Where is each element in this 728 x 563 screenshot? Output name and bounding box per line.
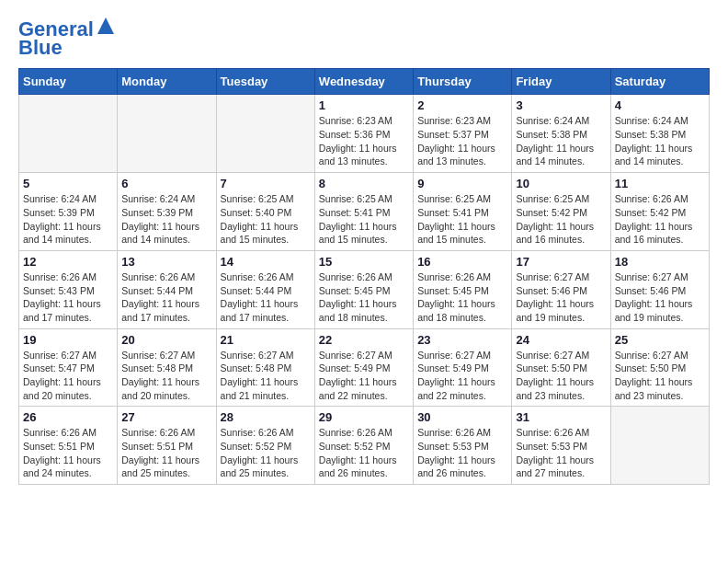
logo-text-blue: Blue (18, 37, 63, 59)
calendar-cell (610, 407, 709, 485)
day-number: 30 (417, 410, 507, 424)
day-number: 25 (615, 333, 705, 347)
calendar-cell: 9Sunrise: 6:25 AM Sunset: 5:41 PM Daylig… (414, 173, 512, 251)
calendar-cell: 20Sunrise: 6:27 AM Sunset: 5:48 PM Dayli… (118, 328, 216, 407)
calendar-cell: 7Sunrise: 6:25 AM Sunset: 5:40 PM Daylig… (216, 173, 314, 251)
day-info: Sunrise: 6:27 AM Sunset: 5:50 PM Dayligh… (615, 349, 705, 403)
calendar-cell: 17Sunrise: 6:27 AM Sunset: 5:46 PM Dayli… (512, 250, 610, 328)
day-number: 13 (121, 255, 211, 269)
calendar-day-header: Saturday (610, 69, 709, 95)
day-info: Sunrise: 6:26 AM Sunset: 5:51 PM Dayligh… (23, 426, 113, 480)
calendar-cell: 24Sunrise: 6:27 AM Sunset: 5:50 PM Dayli… (512, 328, 610, 407)
day-info: Sunrise: 6:26 AM Sunset: 5:52 PM Dayligh… (319, 426, 409, 480)
day-number: 9 (417, 177, 507, 190)
calendar-cell: 3Sunrise: 6:24 AM Sunset: 5:38 PM Daylig… (512, 95, 610, 173)
day-number: 8 (319, 177, 409, 190)
day-number: 20 (121, 333, 211, 347)
day-number: 5 (23, 177, 113, 190)
calendar-week-row: 5Sunrise: 6:24 AM Sunset: 5:39 PM Daylig… (19, 173, 710, 251)
calendar-cell: 28Sunrise: 6:26 AM Sunset: 5:52 PM Dayli… (216, 407, 314, 485)
day-number: 31 (516, 410, 606, 424)
day-info: Sunrise: 6:27 AM Sunset: 5:50 PM Dayligh… (516, 349, 606, 403)
calendar-week-row: 19Sunrise: 6:27 AM Sunset: 5:47 PM Dayli… (19, 328, 710, 407)
logo-icon (96, 16, 116, 36)
calendar-header-row: SundayMondayTuesdayWednesdayThursdayFrid… (19, 69, 710, 95)
day-info: Sunrise: 6:26 AM Sunset: 5:44 PM Dayligh… (221, 270, 311, 325)
day-number: 2 (417, 98, 507, 112)
calendar-cell: 14Sunrise: 6:26 AM Sunset: 5:44 PM Dayli… (216, 250, 314, 328)
calendar-week-row: 26Sunrise: 6:26 AM Sunset: 5:51 PM Dayli… (19, 407, 710, 485)
day-number: 12 (23, 255, 113, 269)
calendar-cell: 6Sunrise: 6:24 AM Sunset: 5:39 PM Daylig… (118, 173, 216, 251)
day-info: Sunrise: 6:23 AM Sunset: 5:36 PM Dayligh… (319, 114, 409, 168)
day-number: 18 (615, 255, 705, 269)
calendar-day-header: Tuesday (216, 69, 314, 95)
calendar-cell: 16Sunrise: 6:26 AM Sunset: 5:45 PM Dayli… (414, 250, 512, 328)
day-number: 10 (516, 177, 606, 190)
calendar-cell: 12Sunrise: 6:26 AM Sunset: 5:43 PM Dayli… (19, 250, 118, 328)
day-info: Sunrise: 6:24 AM Sunset: 5:38 PM Dayligh… (516, 114, 606, 168)
day-info: Sunrise: 6:27 AM Sunset: 5:47 PM Dayligh… (23, 349, 113, 403)
day-number: 29 (319, 410, 409, 424)
day-info: Sunrise: 6:26 AM Sunset: 5:52 PM Dayligh… (221, 426, 311, 480)
day-info: Sunrise: 6:26 AM Sunset: 5:42 PM Dayligh… (615, 192, 705, 247)
logo: General Blue (18, 18, 116, 59)
calendar-cell (216, 95, 314, 173)
day-number: 21 (221, 333, 311, 347)
calendar-cell: 22Sunrise: 6:27 AM Sunset: 5:49 PM Dayli… (314, 328, 413, 407)
calendar-cell: 19Sunrise: 6:27 AM Sunset: 5:47 PM Dayli… (19, 328, 118, 407)
calendar-day-header: Friday (512, 69, 610, 95)
calendar-cell: 11Sunrise: 6:26 AM Sunset: 5:42 PM Dayli… (610, 173, 709, 251)
calendar-cell: 26Sunrise: 6:26 AM Sunset: 5:51 PM Dayli… (19, 407, 118, 485)
calendar-week-row: 12Sunrise: 6:26 AM Sunset: 5:43 PM Dayli… (19, 250, 710, 328)
day-info: Sunrise: 6:25 AM Sunset: 5:42 PM Dayligh… (516, 192, 606, 247)
day-info: Sunrise: 6:25 AM Sunset: 5:40 PM Dayligh… (221, 192, 311, 247)
day-number: 1 (319, 98, 409, 112)
day-info: Sunrise: 6:26 AM Sunset: 5:45 PM Dayligh… (417, 270, 507, 325)
calendar-cell: 23Sunrise: 6:27 AM Sunset: 5:49 PM Dayli… (414, 328, 512, 407)
calendar-cell: 1Sunrise: 6:23 AM Sunset: 5:36 PM Daylig… (314, 95, 413, 173)
day-info: Sunrise: 6:27 AM Sunset: 5:49 PM Dayligh… (319, 349, 409, 403)
calendar-cell: 4Sunrise: 6:24 AM Sunset: 5:38 PM Daylig… (610, 95, 709, 173)
day-number: 19 (23, 333, 113, 347)
calendar-cell: 31Sunrise: 6:26 AM Sunset: 5:53 PM Dayli… (512, 407, 610, 485)
calendar-cell: 18Sunrise: 6:27 AM Sunset: 5:46 PM Dayli… (610, 250, 709, 328)
calendar-cell: 29Sunrise: 6:26 AM Sunset: 5:52 PM Dayli… (314, 407, 413, 485)
day-info: Sunrise: 6:27 AM Sunset: 5:46 PM Dayligh… (615, 270, 705, 325)
calendar-table: SundayMondayTuesdayWednesdayThursdayFrid… (18, 68, 710, 485)
calendar-cell: 21Sunrise: 6:27 AM Sunset: 5:48 PM Dayli… (216, 328, 314, 407)
day-info: Sunrise: 6:26 AM Sunset: 5:53 PM Dayligh… (516, 426, 606, 480)
day-info: Sunrise: 6:23 AM Sunset: 5:37 PM Dayligh… (417, 114, 507, 168)
day-number: 26 (23, 410, 113, 424)
calendar-week-row: 1Sunrise: 6:23 AM Sunset: 5:36 PM Daylig… (19, 95, 710, 173)
day-info: Sunrise: 6:26 AM Sunset: 5:44 PM Dayligh… (121, 270, 211, 325)
day-info: Sunrise: 6:24 AM Sunset: 5:39 PM Dayligh… (23, 192, 113, 247)
day-number: 24 (516, 333, 606, 347)
day-info: Sunrise: 6:27 AM Sunset: 5:48 PM Dayligh… (221, 349, 311, 403)
calendar-day-header: Thursday (414, 69, 512, 95)
day-number: 6 (121, 177, 211, 190)
calendar-cell: 8Sunrise: 6:25 AM Sunset: 5:41 PM Daylig… (314, 173, 413, 251)
svg-marker-0 (97, 17, 114, 34)
calendar-day-header: Wednesday (314, 69, 413, 95)
day-info: Sunrise: 6:26 AM Sunset: 5:43 PM Dayligh… (23, 270, 113, 325)
day-number: 28 (221, 410, 311, 424)
calendar-cell: 25Sunrise: 6:27 AM Sunset: 5:50 PM Dayli… (610, 328, 709, 407)
calendar-cell: 5Sunrise: 6:24 AM Sunset: 5:39 PM Daylig… (19, 173, 118, 251)
day-info: Sunrise: 6:27 AM Sunset: 5:49 PM Dayligh… (417, 349, 507, 403)
day-number: 27 (121, 410, 211, 424)
day-number: 17 (516, 255, 606, 269)
day-number: 22 (319, 333, 409, 347)
day-number: 14 (221, 255, 311, 269)
day-number: 23 (417, 333, 507, 347)
day-info: Sunrise: 6:25 AM Sunset: 5:41 PM Dayligh… (417, 192, 507, 247)
day-info: Sunrise: 6:27 AM Sunset: 5:46 PM Dayligh… (516, 270, 606, 325)
day-number: 15 (319, 255, 409, 269)
page-header: General Blue (18, 18, 710, 59)
calendar-day-header: Monday (118, 69, 216, 95)
calendar-cell: 2Sunrise: 6:23 AM Sunset: 5:37 PM Daylig… (414, 95, 512, 173)
calendar-day-header: Sunday (19, 69, 118, 95)
calendar-cell: 13Sunrise: 6:26 AM Sunset: 5:44 PM Dayli… (118, 250, 216, 328)
day-info: Sunrise: 6:26 AM Sunset: 5:45 PM Dayligh… (319, 270, 409, 325)
calendar-cell: 27Sunrise: 6:26 AM Sunset: 5:51 PM Dayli… (118, 407, 216, 485)
